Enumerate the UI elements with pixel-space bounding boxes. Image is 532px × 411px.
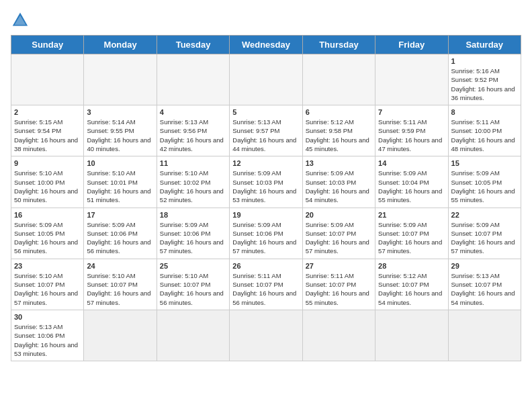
calendar-cell: 17Sunrise: 5:09 AMSunset: 10:06 PMDaylig… xyxy=(84,208,157,259)
header-day-saturday: Saturday xyxy=(448,36,521,54)
day-info: Sunrise: 5:10 AMSunset: 10:07 PMDaylight… xyxy=(87,271,153,307)
day-number: 9 xyxy=(14,159,81,167)
day-info: Sunrise: 5:10 AMSunset: 10:07 PMDaylight… xyxy=(14,271,81,307)
logo-icon xyxy=(11,11,30,30)
day-info: Sunrise: 5:10 AMSunset: 10:07 PMDaylight… xyxy=(160,271,226,307)
day-number: 1 xyxy=(451,57,518,65)
day-info: Sunrise: 5:10 AMSunset: 10:02 PMDaylight… xyxy=(160,169,226,204)
calendar-cell: 21Sunrise: 5:09 AMSunset: 10:07 PMDaylig… xyxy=(375,208,448,259)
calendar-cell: 28Sunrise: 5:12 AMSunset: 10:07 PMDaylig… xyxy=(375,259,448,310)
week-row-3: 9Sunrise: 5:10 AMSunset: 10:00 PMDayligh… xyxy=(11,156,521,208)
calendar-cell: 3Sunrise: 5:14 AMSunset: 9:55 PMDaylight… xyxy=(84,105,157,156)
day-number: 8 xyxy=(451,108,518,116)
day-info: Sunrise: 5:09 AMSunset: 10:06 PMDaylight… xyxy=(232,220,299,256)
calendar-cell: 29Sunrise: 5:13 AMSunset: 10:07 PMDaylig… xyxy=(448,259,521,310)
calendar-cell: 6Sunrise: 5:12 AMSunset: 9:58 PMDaylight… xyxy=(302,105,375,156)
calendar-cell: 26Sunrise: 5:11 AMSunset: 10:07 PMDaylig… xyxy=(230,259,302,310)
day-info: Sunrise: 5:09 AMSunset: 10:07 PMDaylight… xyxy=(378,220,445,256)
calendar-cell: 8Sunrise: 5:11 AMSunset: 10:00 PMDayligh… xyxy=(448,105,521,156)
day-info: Sunrise: 5:13 AMSunset: 10:07 PMDaylight… xyxy=(451,271,518,307)
day-info: Sunrise: 5:09 AMSunset: 10:05 PMDaylight… xyxy=(14,220,81,256)
header xyxy=(11,11,521,30)
calendar-cell xyxy=(84,310,157,361)
calendar-cell: 7Sunrise: 5:11 AMSunset: 9:59 PMDaylight… xyxy=(375,105,448,156)
day-info: Sunrise: 5:12 AMSunset: 9:58 PMDaylight:… xyxy=(306,118,372,153)
day-info: Sunrise: 5:10 AMSunset: 10:00 PMDaylight… xyxy=(14,169,81,204)
week-row-2: 2Sunrise: 5:15 AMSunset: 9:54 PMDaylight… xyxy=(11,105,521,156)
calendar-cell xyxy=(230,310,302,361)
day-info: Sunrise: 5:09 AMSunset: 10:03 PMDaylight… xyxy=(232,169,299,204)
week-row-6: 30Sunrise: 5:13 AMSunset: 10:06 PMDaylig… xyxy=(11,310,521,361)
day-info: Sunrise: 5:09 AMSunset: 10:06 PMDaylight… xyxy=(160,220,226,256)
day-number: 2 xyxy=(14,108,81,116)
week-row-5: 23Sunrise: 5:10 AMSunset: 10:07 PMDaylig… xyxy=(11,259,521,310)
day-number: 17 xyxy=(87,211,153,219)
calendar-cell xyxy=(157,310,229,361)
calendar-cell: 1Sunrise: 5:16 AMSunset: 9:52 PMDaylight… xyxy=(448,54,521,105)
day-number: 27 xyxy=(306,262,372,270)
day-info: Sunrise: 5:10 AMSunset: 10:01 PMDaylight… xyxy=(87,169,153,204)
day-number: 30 xyxy=(14,313,81,321)
calendar-cell xyxy=(230,54,302,105)
calendar-cell: 22Sunrise: 5:09 AMSunset: 10:07 PMDaylig… xyxy=(448,208,521,259)
day-info: Sunrise: 5:09 AMSunset: 10:04 PMDaylight… xyxy=(378,169,445,204)
calendar-cell xyxy=(84,54,157,105)
day-info: Sunrise: 5:16 AMSunset: 9:52 PMDaylight:… xyxy=(451,66,518,102)
day-info: Sunrise: 5:15 AMSunset: 9:54 PMDaylight:… xyxy=(14,118,81,153)
calendar-cell xyxy=(448,310,521,361)
calendar-cell: 19Sunrise: 5:09 AMSunset: 10:06 PMDaylig… xyxy=(230,208,302,259)
day-info: Sunrise: 5:13 AMSunset: 9:57 PMDaylight:… xyxy=(232,118,299,153)
header-day-sunday: Sunday xyxy=(11,36,84,54)
day-info: Sunrise: 5:11 AMSunset: 10:07 PMDaylight… xyxy=(306,271,372,307)
calendar-cell: 15Sunrise: 5:09 AMSunset: 10:05 PMDaylig… xyxy=(448,156,521,208)
day-number: 4 xyxy=(160,108,226,116)
calendar-cell: 25Sunrise: 5:10 AMSunset: 10:07 PMDaylig… xyxy=(157,259,229,310)
header-day-monday: Monday xyxy=(84,36,157,54)
day-number: 29 xyxy=(451,262,518,270)
calendar-cell: 16Sunrise: 5:09 AMSunset: 10:05 PMDaylig… xyxy=(11,208,84,259)
calendar-cell: 2Sunrise: 5:15 AMSunset: 9:54 PMDaylight… xyxy=(11,105,84,156)
day-number: 6 xyxy=(306,108,372,116)
day-number: 15 xyxy=(451,159,518,167)
calendar-cell: 20Sunrise: 5:09 AMSunset: 10:07 PMDaylig… xyxy=(302,208,375,259)
calendar-cell: 27Sunrise: 5:11 AMSunset: 10:07 PMDaylig… xyxy=(302,259,375,310)
calendar-cell: 11Sunrise: 5:10 AMSunset: 10:02 PMDaylig… xyxy=(157,156,229,208)
header-row: SundayMondayTuesdayWednesdayThursdayFrid… xyxy=(11,36,521,54)
day-info: Sunrise: 5:09 AMSunset: 10:07 PMDaylight… xyxy=(306,220,372,256)
calendar-cell xyxy=(302,54,375,105)
day-info: Sunrise: 5:09 AMSunset: 10:05 PMDaylight… xyxy=(451,169,518,204)
header-day-wednesday: Wednesday xyxy=(230,36,302,54)
week-row-1: 1Sunrise: 5:16 AMSunset: 9:52 PMDaylight… xyxy=(11,54,521,105)
header-day-thursday: Thursday xyxy=(302,36,375,54)
day-number: 24 xyxy=(87,262,153,270)
day-number: 26 xyxy=(232,262,299,270)
calendar-table: SundayMondayTuesdayWednesdayThursdayFrid… xyxy=(11,35,521,361)
day-info: Sunrise: 5:09 AMSunset: 10:07 PMDaylight… xyxy=(451,220,518,256)
day-number: 11 xyxy=(160,159,226,167)
day-info: Sunrise: 5:13 AMSunset: 9:56 PMDaylight:… xyxy=(160,118,226,153)
day-number: 16 xyxy=(14,211,81,219)
day-number: 18 xyxy=(160,211,226,219)
day-info: Sunrise: 5:14 AMSunset: 9:55 PMDaylight:… xyxy=(87,118,153,153)
week-row-4: 16Sunrise: 5:09 AMSunset: 10:05 PMDaylig… xyxy=(11,208,521,259)
day-number: 12 xyxy=(232,159,299,167)
day-info: Sunrise: 5:11 AMSunset: 9:59 PMDaylight:… xyxy=(378,118,445,153)
calendar-cell xyxy=(11,54,84,105)
day-number: 7 xyxy=(378,108,445,116)
day-number: 20 xyxy=(306,211,372,219)
day-number: 23 xyxy=(14,262,81,270)
day-number: 10 xyxy=(87,159,153,167)
day-number: 25 xyxy=(160,262,226,270)
day-number: 5 xyxy=(232,108,299,116)
calendar-cell: 9Sunrise: 5:10 AMSunset: 10:00 PMDayligh… xyxy=(11,156,84,208)
calendar-cell xyxy=(157,54,229,105)
calendar-cell: 18Sunrise: 5:09 AMSunset: 10:06 PMDaylig… xyxy=(157,208,229,259)
day-number: 19 xyxy=(232,211,299,219)
calendar-cell: 14Sunrise: 5:09 AMSunset: 10:04 PMDaylig… xyxy=(375,156,448,208)
calendar-cell: 30Sunrise: 5:13 AMSunset: 10:06 PMDaylig… xyxy=(11,310,84,361)
calendar-cell: 24Sunrise: 5:10 AMSunset: 10:07 PMDaylig… xyxy=(84,259,157,310)
day-info: Sunrise: 5:09 AMSunset: 10:03 PMDaylight… xyxy=(306,169,372,204)
day-number: 3 xyxy=(87,108,153,116)
calendar-cell: 10Sunrise: 5:10 AMSunset: 10:01 PMDaylig… xyxy=(84,156,157,208)
calendar-cell: 12Sunrise: 5:09 AMSunset: 10:03 PMDaylig… xyxy=(230,156,302,208)
